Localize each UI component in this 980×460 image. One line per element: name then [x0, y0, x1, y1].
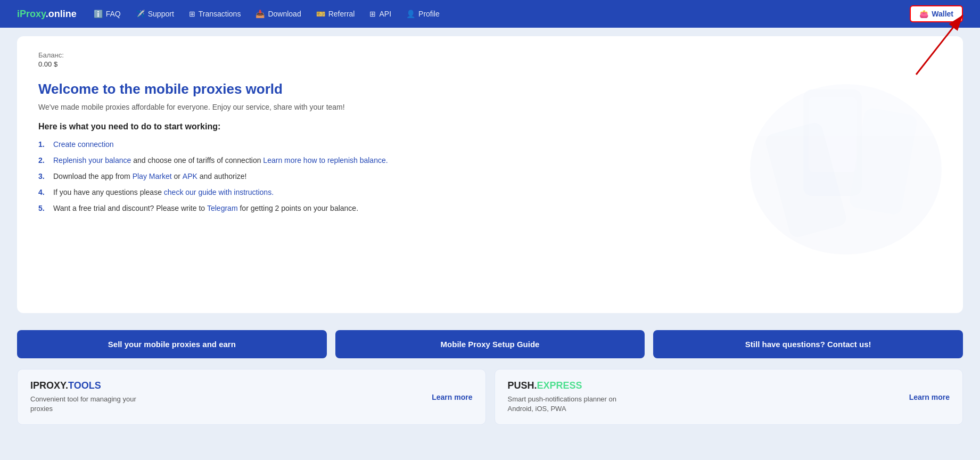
telegram-link[interactable]: Telegram	[207, 204, 238, 212]
balance-label: Баланс:	[38, 51, 942, 59]
nav-support[interactable]: ✈️ Support	[136, 10, 174, 18]
step-2-num: 2.	[38, 156, 49, 165]
wallet-button[interactable]: 👛 Wallet	[910, 5, 963, 22]
nav-download[interactable]: 📥 Download	[256, 10, 301, 18]
nav-faq-label: FAQ	[106, 10, 121, 18]
partner-cards: IPROXY.TOOLS Convenient tool for managin…	[17, 369, 963, 425]
step-3-content: Download the app from Play Market or APK…	[53, 172, 246, 180]
step-4-content: If you have any questions please check o…	[53, 188, 274, 196]
push-express-desc: Smart push-notifications planner on Andr…	[508, 395, 625, 414]
svg-rect-5	[764, 121, 848, 239]
push-express-learn-more[interactable]: Learn more	[909, 393, 950, 401]
step-2: 2. Replenish your balance and choose one…	[38, 156, 411, 165]
step-5-text-1: Want a free trial and discount? Please w…	[53, 204, 205, 212]
support-icon: ✈️	[136, 10, 145, 18]
steps-intro: Here is what you need to do to start wor…	[38, 122, 942, 132]
step-3-text-2: or	[174, 172, 182, 180]
step-3-num: 3.	[38, 172, 49, 180]
iproxy-tools-info: IPROXY.TOOLS Convenient tool for managin…	[30, 380, 147, 414]
wallet-label: Wallet	[932, 10, 953, 18]
iproxy-tools-name-accent: TOOLS	[68, 380, 101, 391]
learn-more-replenish-link[interactable]: Learn more how to replenish balance.	[263, 156, 388, 165]
step-1: 1. Create connection	[38, 140, 411, 149]
step-4: 4. If you have any questions please chec…	[38, 188, 411, 196]
play-market-link[interactable]: Play Market	[133, 172, 172, 180]
step-1-num: 1.	[38, 140, 49, 149]
push-express-name-plain: PUSH.	[508, 380, 537, 391]
step-4-num: 4.	[38, 188, 49, 196]
brand-iproxy: iProxy	[17, 9, 46, 19]
contact-us-button[interactable]: Still have questions? Contact us!	[653, 330, 963, 358]
transactions-icon: ⊞	[189, 10, 195, 18]
nav-referral[interactable]: 🎫 Referral	[316, 10, 355, 18]
setup-guide-button[interactable]: Mobile Proxy Setup Guide	[335, 330, 645, 358]
nav-referral-label: Referral	[328, 10, 355, 18]
faq-icon: ℹ️	[94, 10, 103, 18]
content-card: Баланс: 0.00 $ Welcome to the mobile pro…	[17, 36, 963, 313]
sell-proxies-button[interactable]: Sell your mobile proxies and earn	[17, 330, 327, 358]
step-5-content: Want a free trial and discount? Please w…	[53, 204, 358, 212]
nav-support-label: Support	[148, 10, 174, 18]
push-express-name: PUSH.EXPRESS	[508, 380, 625, 391]
step-3-text-3: and authorize!	[200, 172, 247, 180]
step-3: 3. Download the app from Play Market or …	[38, 172, 411, 180]
api-icon: ⊞	[369, 10, 376, 18]
iproxy-tools-name-plain: IPROXY.	[30, 380, 68, 391]
step-2-content: Replenish your balance and choose one of…	[53, 156, 388, 165]
download-icon: 📥	[256, 10, 265, 18]
guide-instructions-link[interactable]: check our guide with instructions.	[164, 188, 274, 196]
action-buttons: Sell your mobile proxies and earn Mobile…	[17, 330, 963, 358]
step-5-num: 5.	[38, 204, 49, 212]
steps-list: 1. Create connection 2. Replenish your b…	[38, 140, 411, 212]
profile-icon: 👤	[406, 10, 415, 18]
nav-profile-label: Profile	[418, 10, 440, 18]
nav-api[interactable]: ⊞ API	[369, 10, 391, 18]
step-4-text: If you have any questions please	[53, 188, 164, 196]
nav-api-label: API	[379, 10, 391, 18]
iproxy-tools-learn-more[interactable]: Learn more	[432, 393, 472, 401]
nav-download-label: Download	[268, 10, 301, 18]
nav-links: ℹ️ FAQ ✈️ Support ⊞ Transactions 📥 Downl…	[94, 10, 893, 18]
push-express-card: PUSH.EXPRESS Smart push-notifications pl…	[495, 369, 963, 425]
wallet-icon: 👛	[919, 10, 928, 18]
step-2-text: and choose one of tariffs of connection	[133, 156, 263, 165]
apk-link[interactable]: APK	[183, 172, 197, 180]
create-connection-link[interactable]: Create connection	[53, 140, 114, 149]
welcome-title: Welcome to the mobile proxies world	[38, 81, 942, 97]
nav-profile[interactable]: 👤 Profile	[406, 10, 440, 18]
push-express-info: PUSH.EXPRESS Smart push-notifications pl…	[508, 380, 625, 414]
navbar: iProxy.online ℹ️ FAQ ✈️ Support ⊞ Transa…	[0, 0, 980, 28]
balance-value: 0.00 $	[38, 60, 942, 68]
step-5: 5. Want a free trial and discount? Pleas…	[38, 204, 411, 212]
iproxy-tools-name: IPROXY.TOOLS	[30, 380, 147, 391]
brand-online: online	[48, 9, 77, 19]
main-wrapper: Баланс: 0.00 $ Welcome to the mobile pro…	[0, 28, 980, 438]
iproxy-tools-card: IPROXY.TOOLS Convenient tool for managin…	[17, 369, 486, 425]
step-1-content: Create connection	[53, 140, 114, 149]
nav-transactions[interactable]: ⊞ Transactions	[189, 10, 241, 18]
nav-faq[interactable]: ℹ️ FAQ	[94, 10, 121, 18]
brand-logo[interactable]: iProxy.online	[17, 9, 77, 20]
step-3-text-1: Download the app from	[53, 172, 133, 180]
welcome-subtitle: We've made mobile proxies affordable for…	[38, 103, 942, 111]
iproxy-tools-desc: Convenient tool for managing your proxie…	[30, 395, 147, 414]
referral-icon: 🎫	[316, 10, 325, 18]
step-5-text-2: for getting 2 points on your balance.	[240, 204, 358, 212]
replenish-balance-link[interactable]: Replenish your balance	[53, 156, 131, 165]
push-express-name-accent: EXPRESS	[537, 380, 582, 391]
nav-transactions-label: Transactions	[199, 10, 241, 18]
